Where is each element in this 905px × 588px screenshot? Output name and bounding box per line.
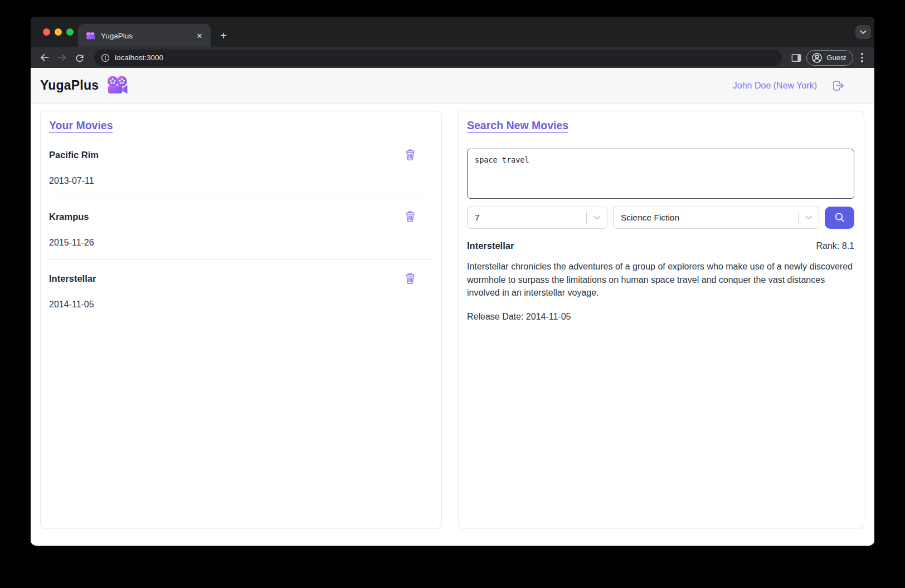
tab-favicon-movie-camera-icon — [86, 32, 95, 40]
browser-toolbar: localhost:3000 Guest — [31, 47, 874, 68]
chevron-down-icon — [587, 215, 607, 220]
profile-guest-button[interactable]: Guest — [806, 50, 853, 66]
delete-movie-button[interactable] — [405, 272, 416, 285]
new-tab-button[interactable]: + — [215, 27, 232, 44]
trash-icon — [405, 149, 416, 161]
chevron-down-icon — [860, 30, 867, 35]
movie-release-date: 2014-11-05 — [49, 300, 430, 310]
search-result: Interstellar Rank: 8.1 Interstellar chro… — [467, 241, 854, 322]
result-rank: Rank: 8.1 — [816, 241, 854, 251]
result-movie-title: Interstellar — [467, 241, 514, 251]
your-movies-card: Your Movies Pacific Rim 2013-07-11 Kramp… — [40, 111, 442, 528]
maximize-window-button[interactable] — [66, 28, 74, 36]
close-window-button[interactable] — [43, 28, 50, 36]
search-movies-card: Search New Movies space travel 7 Science… — [458, 111, 864, 528]
genre-select[interactable]: Science Fiction — [613, 207, 819, 229]
url-text: localhost:3000 — [115, 53, 163, 62]
browser-menu-button[interactable] — [855, 51, 869, 65]
trash-icon — [405, 272, 416, 285]
user-profile-link[interactable]: John Doe (New York) — [733, 81, 817, 91]
forward-arrow-icon — [57, 52, 67, 63]
rank-select[interactable]: 7 — [467, 207, 607, 229]
browser-window: YugaPlus ✕ + localhost:3000 — [31, 17, 874, 546]
guest-avatar-icon — [811, 52, 823, 63]
list-item: Krampus 2015-11-26 — [49, 210, 430, 248]
tab-strip: YugaPlus ✕ + — [31, 17, 874, 47]
tab-title: YugaPlus — [101, 32, 188, 40]
search-query-input[interactable]: space travel — [467, 149, 854, 199]
delete-movie-button[interactable] — [405, 210, 416, 223]
trash-icon — [405, 210, 416, 223]
brand: YugaPlus — [40, 76, 129, 95]
movie-release-date: 2015-11-26 — [49, 238, 430, 248]
movie-title: Pacific Rim — [49, 150, 99, 160]
rank-select-value: 7 — [468, 213, 586, 223]
page-content: YugaPlus John Doe (New York) Your Movies… — [31, 68, 874, 546]
forward-button[interactable] — [54, 50, 70, 66]
logout-icon[interactable] — [831, 79, 845, 92]
app-title: YugaPlus — [40, 78, 99, 93]
minimize-window-button[interactable] — [55, 28, 62, 36]
side-panel-icon — [791, 53, 802, 63]
list-item: Pacific Rim 2013-07-11 — [49, 149, 430, 186]
search-controls: 7 Science Fiction — [467, 207, 854, 229]
movie-camera-logo-icon — [106, 76, 129, 95]
back-button[interactable] — [36, 50, 52, 66]
your-movies-heading[interactable]: Your Movies — [49, 119, 113, 131]
back-arrow-icon — [39, 52, 50, 63]
reload-button[interactable] — [72, 50, 87, 66]
reload-icon — [75, 53, 85, 63]
genre-select-value: Science Fiction — [614, 213, 798, 223]
tab-search-button[interactable] — [855, 25, 871, 39]
divider — [49, 198, 430, 198]
movie-release-date: 2013-07-11 — [49, 176, 430, 186]
site-info-icon[interactable] — [101, 53, 110, 62]
divider — [49, 259, 430, 260]
tab-close-icon[interactable]: ✕ — [194, 30, 205, 41]
movie-title: Krampus — [49, 212, 89, 222]
delete-movie-button[interactable] — [405, 149, 416, 161]
result-release-date: Release Date: 2014-11-05 — [467, 312, 854, 322]
search-button[interactable] — [825, 207, 854, 229]
user-area: John Doe (New York) — [733, 79, 845, 92]
window-controls — [43, 28, 74, 36]
guest-label: Guest — [826, 53, 846, 62]
result-overview: Interstellar chronicles the adventures o… — [467, 260, 854, 300]
browser-tab[interactable]: YugaPlus ✕ — [78, 24, 211, 47]
search-icon — [834, 212, 846, 224]
list-item: Interstellar 2014-11-05 — [49, 272, 430, 310]
chevron-down-icon — [799, 215, 819, 220]
main-content: Your Movies Pacific Rim 2013-07-11 Kramp… — [31, 104, 874, 546]
movie-title: Interstellar — [49, 273, 96, 284]
address-bar[interactable]: localhost:3000 — [94, 50, 782, 66]
search-movies-heading[interactable]: Search New Movies — [467, 119, 568, 131]
site-header: YugaPlus John Doe (New York) — [31, 68, 874, 104]
side-panel-button[interactable] — [789, 50, 804, 66]
